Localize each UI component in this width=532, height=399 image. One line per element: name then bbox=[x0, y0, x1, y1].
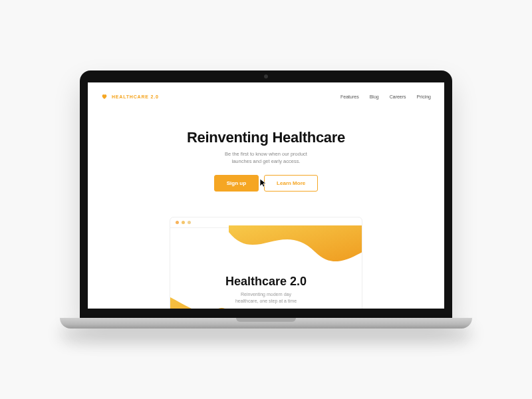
nav-careers[interactable]: Careers bbox=[390, 94, 406, 99]
window-dot-min-icon bbox=[182, 221, 185, 224]
window-dot-close-icon bbox=[176, 221, 179, 224]
landing-page: HEALTHCARE 2.0 Features Blog Careers Pri… bbox=[88, 82, 444, 309]
laptop-camera bbox=[264, 74, 268, 78]
nav-pricing[interactable]: Pricing bbox=[417, 94, 431, 99]
hero-subtitle-line2: launches and get early access. bbox=[232, 158, 301, 164]
learn-more-button-label: Learn More bbox=[277, 180, 305, 186]
preview-wrap: Healthcare 2.0 Reinventing modern day he… bbox=[88, 217, 444, 309]
laptop-notch bbox=[236, 318, 296, 322]
preview-subtitle-line1: Reinventing modern day bbox=[241, 292, 291, 297]
hero: Reinventing Healthcare Be the first to k… bbox=[88, 106, 444, 202]
preview-title: Healthcare 2.0 bbox=[170, 275, 362, 289]
nav-features[interactable]: Features bbox=[340, 94, 359, 99]
cta-row: Sign up Learn More bbox=[88, 175, 444, 192]
nav-blog[interactable]: Blog bbox=[370, 94, 379, 99]
app-preview-window: Healthcare 2.0 Reinventing modern day he… bbox=[170, 217, 362, 309]
preview-body: Healthcare 2.0 Reinventing modern day he… bbox=[170, 275, 362, 305]
browser-viewport: HEALTHCARE 2.0 Features Blog Careers Pri… bbox=[88, 82, 444, 309]
signup-button-label: Sign up bbox=[227, 180, 246, 186]
main-nav: Features Blog Careers Pricing bbox=[340, 94, 431, 99]
heart-icon bbox=[101, 90, 108, 102]
laptop-mockup: HEALTHCARE 2.0 Features Blog Careers Pri… bbox=[80, 70, 452, 329]
hero-subtitle-line1: Be the first to know when our product bbox=[225, 151, 307, 157]
laptop-screen-bezel: HEALTHCARE 2.0 Features Blog Careers Pri… bbox=[80, 70, 452, 318]
brand[interactable]: HEALTHCARE 2.0 bbox=[101, 90, 159, 102]
hero-subtitle: Be the first to know when our product la… bbox=[88, 150, 444, 166]
header: HEALTHCARE 2.0 Features Blog Careers Pri… bbox=[88, 82, 444, 106]
preview-subtitle: Reinventing modern day healthcare, one s… bbox=[170, 291, 362, 305]
preview-subtitle-line2: healthcare, one step at a time bbox=[235, 299, 297, 303]
hero-title: Reinventing Healthcare bbox=[88, 129, 444, 146]
signup-button[interactable]: Sign up bbox=[214, 175, 259, 192]
brand-name: HEALTHCARE 2.0 bbox=[112, 94, 159, 99]
learn-more-button[interactable]: Learn More bbox=[264, 175, 318, 192]
window-dot-max-icon bbox=[188, 221, 191, 224]
laptop-base bbox=[60, 318, 472, 329]
